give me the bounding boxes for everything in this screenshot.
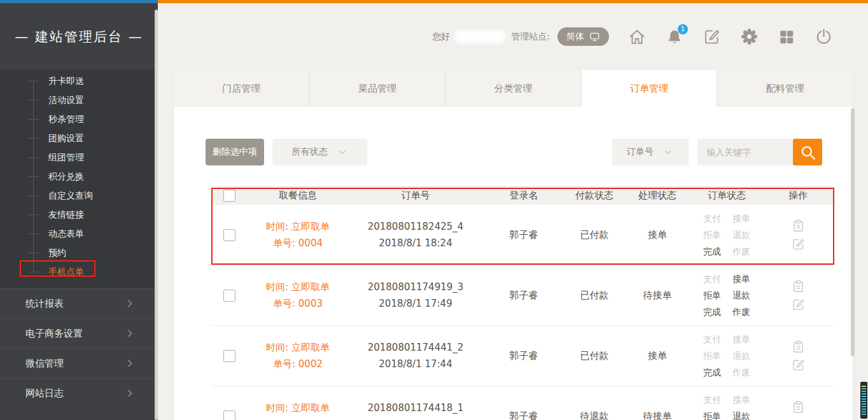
row-operations: [762, 279, 834, 311]
select-all-checkbox[interactable]: [223, 190, 235, 202]
chevron-right-icon: [123, 297, 136, 310]
order-state-action: 支付: [703, 391, 721, 408]
sidebar-submenu-item[interactable]: 秒杀管理: [0, 109, 158, 129]
tab-5[interactable]: 配料管理: [717, 70, 853, 107]
order-state-actions: 支付接单拒单退款完成作废: [703, 270, 750, 320]
clipboard-icon[interactable]: [792, 340, 805, 354]
notifications-bell-icon[interactable]: 1: [666, 28, 683, 46]
order-state-action: 退款: [732, 227, 750, 243]
sidebar-submenu-item[interactable]: 升卡即送: [0, 71, 158, 90]
order-state-action[interactable]: 退款: [732, 408, 750, 420]
section-label: 网站日志: [25, 388, 64, 400]
tab-label: 分类管理: [494, 83, 532, 95]
order-state-action: 退款: [732, 347, 750, 364]
sidebar-scrollbar[interactable]: [155, 10, 158, 420]
section-label: 电子商务设置: [25, 328, 83, 340]
order-state-action[interactable]: 完成: [703, 364, 721, 381]
power-icon[interactable]: [815, 28, 832, 45]
sidebar-submenu-item[interactable]: 组团管理: [0, 148, 158, 167]
sidebar-submenu-item[interactable]: 友情链接: [0, 205, 158, 224]
edit-icon[interactable]: [792, 358, 805, 372]
sidebar-submenu-item[interactable]: 预约: [0, 243, 158, 262]
column-header: 登录名: [482, 190, 565, 202]
order-state-action[interactable]: 退款: [732, 287, 750, 304]
chevron-down-icon: [337, 146, 348, 158]
login-name: 郭子睿: [482, 290, 565, 302]
tab-3[interactable]: 分类管理: [445, 70, 582, 107]
tab-4[interactable]: 订单管理: [582, 70, 718, 107]
order-state-action[interactable]: 拒单: [703, 287, 721, 304]
table-row: 时间: 立即取单 单号: 0004 20180801182425_4 2018/…: [212, 205, 834, 265]
clipboard-icon[interactable]: [792, 400, 805, 414]
submenu-label: 活动设置: [48, 95, 84, 105]
content-card: 门店管理菜品管理分类管理订单管理配料管理 删除选中项 所有状态 订单号: [174, 70, 853, 420]
order-state-action: 支付: [703, 331, 721, 347]
sidebar-section-item[interactable]: 网站日志: [0, 378, 158, 408]
pickup-number: 单号: 0004: [273, 235, 323, 251]
apps-grid-icon[interactable]: [778, 29, 795, 45]
sidebar-section-item[interactable]: 统计报表: [0, 288, 158, 318]
search-type-dropdown[interactable]: 订单号: [612, 139, 689, 165]
submenu-label: 积分兑换: [48, 171, 84, 181]
section-label: 微信管理: [25, 358, 64, 370]
sidebar-submenu-item[interactable]: 积分兑换: [0, 167, 158, 186]
edit-icon[interactable]: [792, 237, 805, 251]
order-state-action[interactable]: 作废: [732, 304, 750, 320]
row-operations: [762, 400, 834, 420]
search-type-value: 订单号: [627, 146, 654, 158]
row-checkbox[interactable]: [223, 229, 235, 241]
settings-gear-icon[interactable]: [741, 28, 758, 45]
home-icon[interactable]: [628, 28, 646, 46]
submenu-label: 秒杀管理: [48, 114, 84, 124]
status-filter-dropdown[interactable]: 所有状态: [272, 139, 367, 165]
pickup-time: 时间: 立即取单: [266, 400, 330, 416]
order-state-action: 作废: [732, 243, 750, 260]
header-icon-group: 1: [628, 28, 832, 46]
keyword-input[interactable]: [697, 139, 793, 165]
order-state-action[interactable]: 拒单: [703, 408, 721, 420]
row-checkbox[interactable]: [223, 350, 235, 362]
language-button[interactable]: 简体: [557, 27, 609, 46]
clipboard-icon[interactable]: [792, 219, 805, 233]
order-number: 20180801174441_2: [368, 339, 464, 356]
order-state-action: 拒单: [703, 347, 721, 364]
process-status: 接单: [624, 229, 691, 241]
order-state-action: 支付: [703, 270, 721, 287]
submenu-label: 团购设置: [48, 133, 84, 143]
pickup-time: 时间: 立即取单: [266, 218, 330, 235]
sidebar-submenu-item[interactable]: 手机点单: [0, 262, 158, 281]
pay-status: 已付款: [565, 229, 624, 241]
order-state-action: 接单: [732, 331, 750, 347]
order-number: 20180801174919_3: [368, 279, 464, 295]
order-number: 20180801182425_4: [368, 218, 464, 235]
table-body: 时间: 立即取单 单号: 0004 20180801182425_4 2018/…: [212, 205, 834, 420]
sidebar-submenu-item[interactable]: 团购设置: [0, 129, 158, 148]
sidebar-section-item[interactable]: 电子商务设置: [0, 318, 158, 348]
notification-badge: 1: [678, 24, 688, 34]
order-number: 20180801174418_1: [368, 400, 464, 416]
chevron-down-icon: [662, 146, 674, 158]
sidebar-submenu-item[interactable]: 动态表单: [0, 224, 158, 243]
delete-selected-button[interactable]: 删除选中项: [206, 139, 264, 165]
edit-icon[interactable]: [703, 28, 720, 45]
order-state-action[interactable]: 完成: [703, 304, 721, 320]
clipboard-icon[interactable]: [792, 279, 805, 293]
row-checkbox[interactable]: [223, 410, 235, 420]
top-header: 您好 管理站点: 简体: [158, 3, 868, 70]
order-state-action[interactable]: 接单: [732, 270, 750, 287]
greeting-text: 您好: [432, 31, 450, 43]
row-operations: [762, 340, 834, 372]
order-state-action: 作废: [732, 364, 750, 381]
tab-2[interactable]: 菜品管理: [310, 70, 446, 107]
row-checkbox[interactable]: [223, 290, 235, 302]
order-state-action[interactable]: 完成: [703, 243, 721, 260]
sidebar-section-item[interactable]: 微信管理: [0, 348, 158, 378]
page-scrollbar-thumb[interactable]: [851, 108, 855, 356]
sidebar-submenu-item[interactable]: 自定义查询: [0, 186, 158, 205]
column-header: 订单号: [349, 190, 482, 202]
tab-1[interactable]: 门店管理: [174, 70, 310, 107]
sidebar-submenu-item[interactable]: 活动设置: [0, 90, 158, 109]
search-button[interactable]: [793, 139, 822, 165]
tab-bar: 门店管理菜品管理分类管理订单管理配料管理: [174, 70, 853, 107]
edit-icon[interactable]: [792, 298, 805, 311]
